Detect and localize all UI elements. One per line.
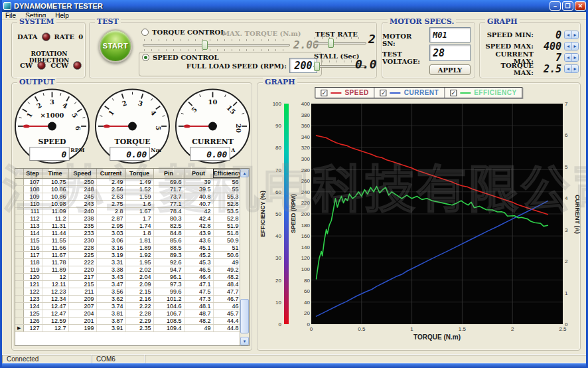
table-header-current[interactable]: Current (96, 169, 125, 178)
maximize-button[interactable]: ❐ (562, 1, 573, 11)
motor-sn-input[interactable] (429, 27, 471, 43)
window-title: DYNAMOMETER TESTER (14, 2, 103, 10)
title-bar: DYNAMOMETER TESTER – ❐ ✕ (0, 0, 588, 12)
table-row[interactable]: ▶12712.71993.912.35109.44944.8 (15, 324, 241, 331)
table-cell: 228 (68, 244, 96, 251)
motor-specs-panel-title: MOTOR SPECS. (388, 17, 456, 26)
spin-left-icon[interactable]: ◂ (565, 43, 571, 50)
table-row[interactable]: 11811.782223.311.9592.645.349 (15, 258, 241, 266)
menu-item-file[interactable]: File (5, 12, 16, 19)
table-cell: 46 (213, 302, 241, 310)
axis-tick-label: 80 (304, 278, 310, 284)
table-cell: 12 (42, 273, 68, 280)
table-row[interactable]: 11511.552303.061.8185.643.650.9 (15, 236, 241, 244)
legend-checkbox-current[interactable]: ✓ (380, 90, 387, 96)
table-row[interactable]: 11311.312352.951.7482.542.851.9 (15, 222, 241, 229)
table-row[interactable]: 11611.662283.161.8988.545.151 (15, 244, 241, 251)
table-cell: 12.47 (42, 310, 68, 317)
output-panel: OUTPUT 123456×1000SPEED0RPM12345TORQUE0.… (11, 82, 252, 351)
table-cell: 42 (184, 207, 213, 215)
test-voltage-input[interactable] (429, 45, 471, 61)
table-row[interactable]: 12312.342093.622.16101.247.346.7 (15, 295, 241, 302)
legend-checkbox-speed[interactable]: ✓ (321, 90, 327, 96)
graph-setting-spinner[interactable]: ◂▸ (564, 64, 579, 73)
test-panel: TEST START TORQUE CONTROL MAX. TORQUE (N… (89, 22, 377, 78)
apply-button[interactable]: APPLY (429, 64, 471, 75)
chart-plot-area (311, 104, 563, 324)
test-rate-slider[interactable] (313, 37, 366, 49)
table-cell: 11.44 (42, 229, 68, 236)
max-torque-slider[interactable] (143, 39, 290, 51)
rate-label: RATE (54, 33, 75, 41)
close-button[interactable]: ✕ (575, 1, 586, 11)
table-row[interactable]: 11211.22382.871.780.342.452.8 (15, 215, 241, 222)
table-cell: 115 (23, 236, 42, 244)
spin-right-icon[interactable]: ▸ (571, 31, 578, 39)
max-torque-slider-thumb[interactable] (202, 41, 208, 50)
spin-right-icon[interactable]: ▸ (571, 54, 578, 61)
table-cell: 2.95 (96, 222, 125, 229)
table-row[interactable]: 11010.982432.751.677.140.752.8 (15, 200, 241, 207)
table-row[interactable]: 10810.862482.561.5271.739.555 (15, 185, 241, 193)
spin-left-icon[interactable]: ◂ (565, 54, 571, 61)
svg-text:TORQUE: TORQUE (115, 138, 151, 146)
table-header-step[interactable]: Step (23, 169, 42, 178)
efficiency-axis-ticks: 0102030405060708090100 (267, 104, 281, 324)
slider-ticks (315, 37, 365, 39)
axis-tick-label: 40 (275, 233, 281, 239)
legend-checkbox-efficiency[interactable]: ✓ (450, 90, 457, 96)
table-row[interactable]: 12612.592013.872.29108.548.244.4 (15, 317, 241, 324)
table-header-torque[interactable]: Torque (125, 169, 153, 178)
table-cell: 52.8 (213, 215, 241, 222)
stall-slider-thumb[interactable] (314, 62, 320, 71)
svg-text:×1000: ×1000 (40, 112, 64, 119)
minimize-button[interactable]: – (550, 1, 561, 11)
table-row[interactable]: 12212.232113.562.1599.647.547.7 (15, 288, 241, 295)
table-cell: 2.63 (96, 193, 125, 200)
spin-left-icon[interactable]: ◂ (565, 65, 571, 72)
full-load-speed-label: FULL LOAD SPEED (RPM): (186, 62, 287, 70)
table-row[interactable]: 12112.112153.472.0997.347.148.4 (15, 280, 241, 288)
table-cell: 78.4 (153, 207, 184, 215)
table-row[interactable]: 12512.472043.812.28106.748.745.7 (15, 310, 241, 317)
table-row[interactable]: 10710.752502.491.4969.63956 (15, 178, 241, 185)
table-cell: 46.5 (184, 266, 213, 273)
spin-left-icon[interactable]: ◂ (565, 31, 571, 39)
table-cell: 99.6 (153, 288, 184, 295)
table-cell: 112 (23, 215, 42, 222)
start-button[interactable]: START (99, 29, 132, 62)
spin-right-icon[interactable]: ▸ (571, 65, 578, 72)
torque-control-radio[interactable] (141, 29, 149, 36)
table-row[interactable]: 120122173.432.0496.146.448.2 (15, 273, 241, 280)
table-cell: 120 (23, 273, 42, 280)
menu-item-help[interactable]: Help (55, 12, 69, 19)
table-cell: 2.16 (125, 295, 153, 302)
table-row[interactable]: 12412.472073.742.22104.648.146 (15, 302, 241, 310)
table-header-speed[interactable]: Speed (68, 169, 96, 178)
table-row[interactable]: 11411.442333.031.884.843.951.8 (15, 229, 241, 236)
graph-setting-spinner[interactable]: ◂▸ (564, 53, 579, 62)
scroll-down-icon[interactable]: ▾ (240, 337, 249, 345)
table-cell: 111 (23, 207, 42, 215)
spin-right-icon[interactable]: ▸ (571, 43, 578, 50)
table-row[interactable]: 10910.862452.631.5973.740.855.3 (15, 193, 241, 200)
table-header-pout[interactable]: Pout (184, 169, 213, 178)
row-marker-cell (15, 266, 23, 273)
table-row[interactable]: 11911.892203.382.0294.746.549.2 (15, 266, 241, 273)
speed-control-radio[interactable] (142, 54, 149, 61)
scrollbar-thumb[interactable] (240, 299, 249, 333)
table-scrollbar[interactable]: ▴ ▾ (240, 169, 249, 345)
table-cell: 11.78 (42, 258, 68, 266)
graph-setting-value: 7 (536, 52, 561, 64)
speed-axis-ticks: 0204060801001201401601802002202402602803… (296, 104, 310, 324)
table-row[interactable]: 11711.672253.191.9289.345.250.6 (15, 251, 241, 258)
graph-setting-spinner[interactable]: ◂▸ (564, 31, 579, 39)
test-rate-slider-thumb[interactable] (328, 39, 334, 48)
table-header-pin[interactable]: Pin (153, 169, 184, 178)
table-cell: 12.7 (42, 324, 68, 331)
table-row[interactable]: 11111.092402.81.6778.44253.5 (15, 207, 241, 215)
graph-setting-spinner[interactable]: ◂▸ (564, 42, 579, 50)
table-header-time[interactable]: Time (42, 169, 68, 178)
scroll-up-icon[interactable]: ▴ (240, 169, 249, 177)
table-header-efficiency[interactable]: Efficiency (213, 169, 241, 178)
